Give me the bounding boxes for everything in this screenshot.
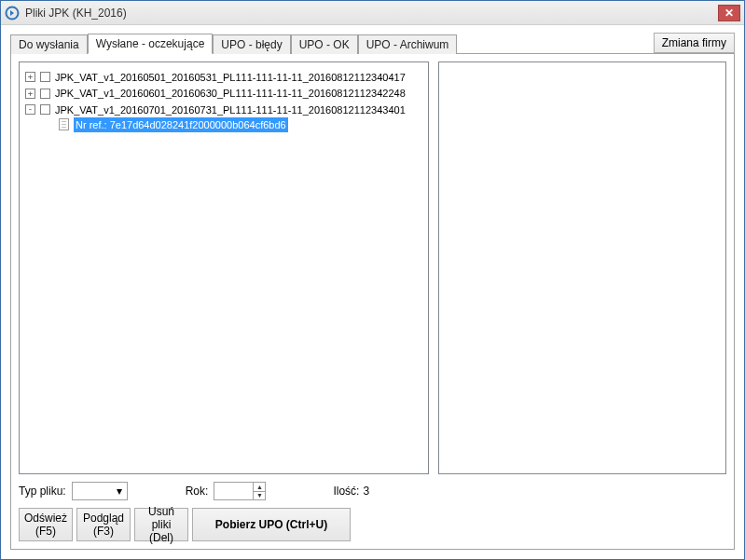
window-title: Pliki JPK (KH_2016) <box>25 7 718 20</box>
button-line1: Odśwież <box>24 512 67 525</box>
titlebar: Pliki JPK (KH_2016) ✕ <box>1 1 744 25</box>
tab-upo-bledy[interactable]: UPO - błędy <box>213 34 290 54</box>
file-type-combo[interactable]: ▾ <box>72 482 128 500</box>
tree-child-node[interactable]: Nr ref.: 7e17d64d028241f2000000b064cf6bd… <box>59 117 288 132</box>
button-line2: (F5) <box>24 525 67 538</box>
file-tree: + JPK_VAT_v1_20160501_20160531_PL111-111… <box>23 68 424 134</box>
button-line2: (F3) <box>83 525 124 538</box>
chevron-down-icon: ▾ <box>114 485 125 497</box>
buttons-row: Odśwież (F5) Podgląd (F3) Usuń pliki <box>19 508 726 541</box>
spin-down-icon[interactable]: ▼ <box>254 492 265 500</box>
tab-upo-archiwum[interactable]: UPO - Archiwum <box>358 34 458 54</box>
tab-content: + JPK_VAT_v1_20160501_20160531_PL111-111… <box>11 53 734 549</box>
type-label: Typ pliku: <box>19 485 66 498</box>
main-window: Pliki JPK (KH_2016) ✕ Do wysłania Wysłan… <box>0 0 745 560</box>
checkbox[interactable] <box>40 89 50 99</box>
checkbox[interactable] <box>40 104 50 115</box>
button-line1: Podgląd <box>83 512 124 525</box>
tree-child-label: Nr ref.: 7e17d64d028241f2000000b064cf6bd… <box>74 117 288 132</box>
year-spinbox[interactable]: ▲ ▼ <box>214 482 266 500</box>
filter-row: Typ pliku: ▾ Rok: ▲ ▼ Ilość: <box>19 482 726 500</box>
change-company-button[interactable]: Zmiana firmy <box>654 33 735 53</box>
tabstrip: Do wysłania Wysłane - oczekujące UPO - b… <box>10 33 735 53</box>
tree-node-label: JPK_VAT_v1_20160601_20160630_PL111-111-1… <box>55 86 406 101</box>
collapse-icon[interactable]: - <box>25 104 35 115</box>
tree-pane[interactable]: + JPK_VAT_v1_20160501_20160531_PL111-111… <box>19 61 429 474</box>
spin-up-icon[interactable]: ▲ <box>254 483 265 492</box>
year-input[interactable] <box>214 482 253 500</box>
app-icon <box>5 6 20 20</box>
tab-wyslane-oczekujace[interactable]: Wysłane - oczekujące <box>88 34 214 54</box>
tree-node-label: JPK_VAT_v1_20160701_20160731_PL111-111-1… <box>55 102 406 117</box>
checkbox[interactable] <box>40 72 50 82</box>
count-label: Ilość: <box>333 485 359 498</box>
close-button[interactable]: ✕ <box>718 5 740 21</box>
content-area: Do wysłania Wysłane - oczekujące UPO - b… <box>1 25 744 559</box>
detail-pane <box>438 61 726 474</box>
document-icon <box>59 118 69 130</box>
tree-node[interactable]: + JPK_VAT_v1_20160501_20160531_PL111-111… <box>25 70 406 85</box>
delete-button[interactable]: Usuń pliki (Del) <box>134 508 188 541</box>
count-value: 3 <box>363 485 369 498</box>
expand-icon[interactable]: + <box>25 72 35 82</box>
tab-upo-ok[interactable]: UPO - OK <box>291 34 358 54</box>
button-line2: (Del) <box>141 531 182 544</box>
download-upo-button[interactable]: Pobierz UPO (Ctrl+U) <box>192 508 351 541</box>
panes: + JPK_VAT_v1_20160501_20160531_PL111-111… <box>19 61 726 474</box>
refresh-button[interactable]: Odśwież (F5) <box>19 508 73 541</box>
year-label: Rok: <box>186 485 209 498</box>
preview-button[interactable]: Podgląd (F3) <box>76 508 131 541</box>
expand-icon[interactable]: + <box>25 89 35 99</box>
tree-node[interactable]: + JPK_VAT_v1_20160601_20160630_PL111-111… <box>25 86 406 101</box>
tree-node[interactable]: - JPK_VAT_v1_20160701_20160731_PL111-111… <box>25 102 406 117</box>
tab-do-wyslania[interactable]: Do wysłania <box>10 34 88 54</box>
tab-panel: + JPK_VAT_v1_20160501_20160531_PL111-111… <box>10 53 735 550</box>
button-line1: Usuń pliki <box>141 505 182 531</box>
tree-node-label: JPK_VAT_v1_20160501_20160531_PL111-111-1… <box>55 70 406 85</box>
top-row: Do wysłania Wysłane - oczekujące UPO - b… <box>10 33 735 53</box>
